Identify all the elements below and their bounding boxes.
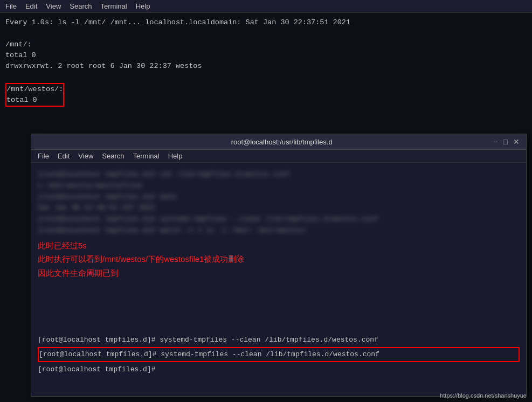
mnt-westos-highlighted: /mnt/westos/: total 0 [5, 83, 64, 107]
window-title: root@localhost:/usr/lib/tmpfiles.d [70, 138, 493, 146]
fg-menu-search[interactable]: Search [102, 152, 124, 160]
mnt-dir-line: drwxrwxrwt. 2 root root 6 Jan 30 22:37 w… [5, 61, 527, 72]
watch-command-line: Every 1.0s: ls -l /mnt/ /mnt... localhos… [5, 17, 527, 28]
blurred-extra-1 [38, 286, 520, 297]
title-bar: root@localhost:/usr/lib/tmpfiles.d − □ ✕ [31, 134, 526, 150]
bg-menu-view[interactable]: View [46, 2, 61, 10]
mnt-westos-header: /mnt/westos/: [6, 84, 63, 95]
fg-menu-bar: File Edit View Search Terminal Help [31, 150, 526, 163]
bg-menu-edit[interactable]: Edit [25, 2, 37, 10]
annotation-line-1: 此时已经过5s [38, 239, 520, 253]
blurred-extra-2 [38, 297, 520, 309]
cmd-line-3: [root@localhost tmpfiles.d]# [38, 364, 520, 375]
fg-menu-terminal[interactable]: Terminal [133, 152, 160, 160]
bg-menu-terminal[interactable]: Terminal [101, 2, 127, 10]
annotation-block: 此时已经过5s 此时执行可以看到/mnt/westos/下的westosfile… [38, 239, 520, 280]
blurred-line-4: Sat Jan 30 22:36:51 CST 2021 [38, 203, 520, 214]
fg-menu-file[interactable]: File [38, 152, 49, 160]
blurred-line-2: x /mnt/westos/westosfile1 [38, 181, 520, 192]
fg-menu-help[interactable]: Help [168, 152, 183, 160]
watermark: https://blog.csdn.net/shanshuyue [440, 392, 527, 399]
minimize-button[interactable]: − [493, 137, 498, 146]
mnt-westos-total: total 0 [6, 95, 63, 106]
mnt-header: /mnt/: [5, 39, 527, 50]
blurred-content: [root@localhost tmpfiles.d]# cat /lib/tm… [38, 167, 520, 239]
fg-menu-view[interactable]: View [78, 152, 93, 160]
bottom-commands: [root@localhost tmpfiles.d]# systemd-tmp… [38, 332, 520, 377]
annotation-line-3: 因此文件生命周期已到 [38, 266, 520, 280]
fg-terminal-body: [root@localhost tmpfiles.d]# cat /lib/tm… [31, 163, 526, 396]
blurred-line-3: [root@localhost tmpfiles.d]# date [38, 192, 520, 203]
blurred-line-1: [root@localhost tmpfiles.d]# cat /lib/tm… [38, 169, 520, 181]
blurred-content-2 [38, 284, 520, 311]
blurred-line-5: [root@localhost tmpfiles.d]# systemd-tmp… [38, 214, 520, 225]
bg-menu-file[interactable]: File [5, 2, 17, 10]
annotation-line-2: 此时执行可以看到/mnt/westos/下的westosfile1被成功删除 [38, 252, 520, 266]
bg-menu-help[interactable]: Help [136, 2, 150, 10]
fg-menu-edit[interactable]: Edit [58, 152, 70, 160]
bg-menu-search[interactable]: Search [70, 2, 92, 10]
maximize-button[interactable]: □ [503, 137, 508, 146]
mnt-total: total 0 [5, 50, 527, 61]
cmd-line-1: [root@localhost tmpfiles.d]# systemd-tmp… [38, 335, 520, 345]
bg-menu-bar: File Edit View Search Terminal Help [0, 0, 532, 13]
close-button[interactable]: ✕ [513, 137, 520, 146]
foreground-terminal: root@localhost:/usr/lib/tmpfiles.d − □ ✕… [31, 134, 527, 397]
cmd-line-highlighted: [root@localhost tmpfiles.d]# systemd-tmp… [38, 347, 520, 362]
blurred-line-6: [root@localhost tmpfiles.d]# watch -n 1 … [38, 225, 520, 237]
window-controls[interactable]: − □ ✕ [493, 137, 520, 146]
